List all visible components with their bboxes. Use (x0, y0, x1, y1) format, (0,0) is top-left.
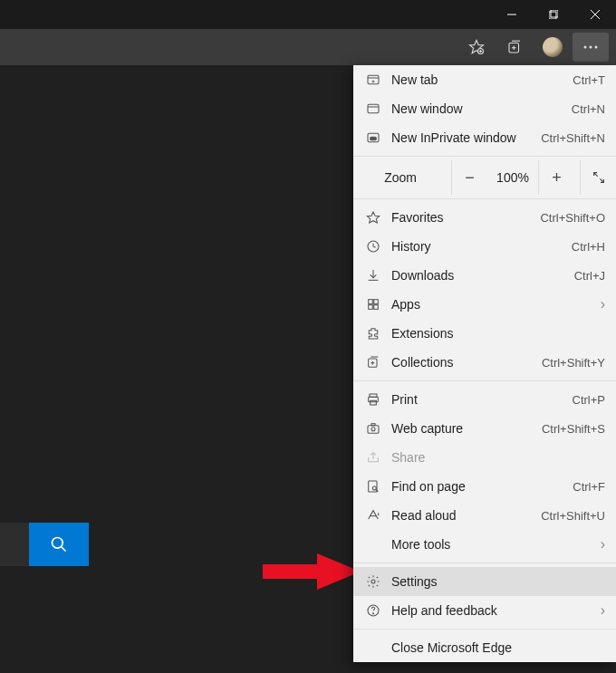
svg-line-17 (62, 547, 66, 552)
collections-icon (364, 355, 382, 370)
menu-label: Close Microsoft Edge (391, 640, 605, 655)
menu-label: Print (391, 392, 573, 407)
find-icon (364, 479, 382, 494)
menu-item-history[interactable]: History Ctrl+H (353, 232, 616, 261)
menu-shortcut: Ctrl+J (574, 269, 605, 283)
menu-label: Find on page (391, 479, 573, 494)
menu-label: New tab (391, 72, 573, 87)
collections-button[interactable] (496, 33, 533, 62)
annotation-arrow (263, 550, 362, 593)
help-icon (364, 603, 382, 618)
svg-rect-26 (371, 137, 377, 139)
svg-rect-33 (369, 300, 373, 304)
svg-rect-34 (374, 300, 379, 304)
menu-item-new-window[interactable]: New window Ctrl+N (353, 94, 616, 123)
svg-point-52 (371, 580, 375, 583)
svg-point-54 (372, 613, 373, 614)
svg-point-14 (590, 46, 592, 49)
menu-shortcut: Ctrl+Shift+S (542, 422, 605, 436)
menu-shortcut: Ctrl+H (572, 240, 605, 254)
svg-rect-36 (374, 305, 379, 310)
avatar (543, 37, 563, 57)
share-icon (364, 450, 382, 465)
menu-item-collections[interactable]: Collections Ctrl+Shift+Y (353, 348, 616, 377)
menu-label: History (391, 239, 572, 254)
svg-rect-2 (551, 10, 558, 17)
star-icon (364, 210, 382, 225)
menu-item-help[interactable]: Help and feedback › (353, 596, 616, 625)
menu-label: New InPrivate window (391, 130, 541, 145)
maximize-button[interactable] (533, 0, 574, 29)
svg-marker-29 (367, 212, 379, 223)
menu-shortcut: Ctrl+P (573, 393, 605, 407)
svg-point-45 (371, 428, 375, 431)
menu-label: New window (391, 101, 572, 116)
svg-point-16 (53, 538, 63, 549)
svg-rect-1 (549, 12, 556, 19)
menu-item-close-edge[interactable]: Close Microsoft Edge (353, 633, 616, 662)
search-field[interactable] (0, 523, 29, 566)
menu-separator (353, 198, 616, 199)
menu-label: Collections (391, 355, 542, 370)
menu-item-more-tools[interactable]: More tools › (353, 530, 616, 559)
menu-label: Read aloud (391, 508, 541, 523)
read-aloud-icon (364, 508, 382, 523)
menu-item-downloads[interactable]: Downloads Ctrl+J (353, 261, 616, 290)
menu-label: Help and feedback (391, 603, 601, 618)
svg-rect-44 (368, 426, 379, 434)
menu-shortcut: Ctrl+Shift+U (541, 509, 605, 523)
minimize-button[interactable] (491, 0, 533, 29)
menu-shortcut: Ctrl+N (572, 102, 605, 116)
menu-shortcut: Ctrl+Shift+Y (542, 356, 605, 370)
browser-toolbar (0, 29, 616, 65)
menu-label: Favorites (391, 210, 540, 225)
chevron-right-icon: › (601, 296, 605, 312)
menu-shortcut: Ctrl+Shift+N (541, 131, 605, 145)
menu-item-apps[interactable]: Apps › (353, 290, 616, 319)
page-search (0, 523, 89, 566)
menu-item-settings[interactable]: Settings (353, 567, 616, 596)
menu-shortcut: Ctrl+F (573, 480, 605, 494)
menu-separator (353, 562, 616, 563)
zoom-value: 100% (487, 170, 538, 185)
svg-point-13 (584, 46, 587, 49)
search-button[interactable] (29, 523, 89, 566)
menu-shortcut: Ctrl+Shift+O (540, 211, 605, 225)
menu-shortcut: Ctrl+T (573, 73, 605, 87)
menu-separator (353, 156, 616, 157)
zoom-controls: Zoom − 100% + (353, 160, 616, 195)
chevron-right-icon: › (601, 602, 605, 619)
extensions-icon (364, 326, 382, 341)
svg-point-15 (595, 46, 598, 49)
fullscreen-button[interactable] (580, 160, 616, 195)
add-favorite-button[interactable] (458, 33, 495, 62)
profile-button[interactable] (534, 33, 571, 62)
chevron-right-icon: › (601, 536, 605, 553)
menu-item-favorites[interactable]: Favorites Ctrl+Shift+O (353, 203, 616, 232)
menu-label: More tools (391, 537, 601, 552)
menu-label: Extensions (391, 326, 605, 341)
menu-label: Downloads (391, 268, 574, 283)
menu-item-web-capture[interactable]: Web capture Ctrl+Shift+S (353, 414, 616, 443)
close-window-button[interactable] (574, 0, 616, 29)
menu-separator (353, 380, 616, 381)
menu-item-extensions[interactable]: Extensions (353, 319, 616, 348)
menu-separator (353, 629, 616, 630)
zoom-in-button[interactable]: + (538, 160, 574, 195)
svg-marker-18 (263, 553, 361, 590)
history-icon (364, 239, 382, 254)
svg-rect-46 (371, 424, 375, 426)
menu-label: Share (391, 450, 605, 465)
menu-item-print[interactable]: Print Ctrl+P (353, 385, 616, 414)
new-window-icon (364, 101, 382, 116)
settings-more-menu: New tab Ctrl+T New window Ctrl+N New InP… (353, 65, 616, 662)
window-titlebar (0, 0, 616, 29)
settings-more-button[interactable] (573, 33, 609, 62)
zoom-label: Zoom (353, 170, 435, 185)
menu-item-read-aloud[interactable]: Read aloud Ctrl+Shift+U (353, 501, 616, 530)
print-icon (364, 392, 382, 407)
menu-item-new-tab[interactable]: New tab Ctrl+T (353, 65, 616, 94)
menu-item-new-inprivate[interactable]: New InPrivate window Ctrl+Shift+N (353, 123, 616, 152)
menu-item-find[interactable]: Find on page Ctrl+F (353, 472, 616, 501)
zoom-out-button[interactable]: − (451, 160, 487, 195)
